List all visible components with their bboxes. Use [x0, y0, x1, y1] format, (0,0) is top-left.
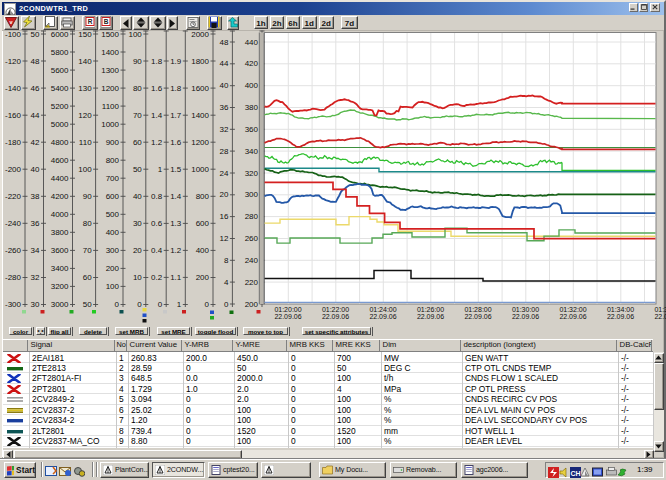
svg-text:24: 24 [219, 169, 228, 178]
svg-text:20: 20 [219, 190, 228, 199]
svg-text:360: 360 [245, 125, 259, 134]
svg-text:1: 1 [158, 165, 163, 174]
svg-text:4: 4 [224, 278, 229, 287]
svg-text:6000: 6000 [51, 30, 69, 39]
svg-text:01:20:00: 01:20:00 [274, 306, 301, 313]
svg-text:130: 130 [78, 84, 92, 93]
svg-text:4000: 4000 [51, 210, 69, 219]
svg-text:5600: 5600 [51, 66, 69, 75]
svg-text:240: 240 [245, 256, 259, 265]
svg-text:90: 90 [133, 57, 142, 66]
svg-text:28: 28 [219, 147, 228, 156]
svg-text:600: 600 [106, 192, 120, 201]
svg-text:1200: 1200 [101, 84, 119, 93]
svg-text:320: 320 [245, 169, 259, 178]
svg-text:1.3: 1.3 [170, 219, 182, 228]
svg-text:300: 300 [245, 190, 259, 199]
svg-text:-300: -300 [5, 300, 22, 309]
svg-text:01:32:00: 01:32:00 [559, 306, 586, 313]
svg-text:400: 400 [245, 81, 259, 90]
svg-text:0.6: 0.6 [151, 219, 163, 228]
svg-text:0: 0 [158, 300, 163, 309]
svg-text:-180: -180 [5, 138, 22, 147]
svg-text:340: 340 [245, 147, 259, 156]
svg-text:01:28:00: 01:28:00 [464, 306, 491, 313]
svg-text:600: 600 [196, 219, 210, 228]
svg-text:400: 400 [106, 228, 120, 237]
svg-text:01:30:00: 01:30:00 [512, 306, 539, 313]
svg-text:500: 500 [106, 210, 120, 219]
svg-text:22.09.06: 22.09.06 [369, 313, 396, 320]
svg-text:1.9: 1.9 [170, 57, 182, 66]
svg-text:01:24:00: 01:24:00 [369, 306, 396, 313]
svg-text:1.7: 1.7 [170, 111, 182, 120]
svg-text:260: 260 [245, 234, 259, 243]
svg-text:3400: 3400 [51, 264, 69, 273]
svg-text:30: 30 [133, 219, 142, 228]
svg-text:3200: 3200 [51, 282, 69, 291]
svg-text:34: 34 [31, 246, 40, 255]
svg-text:46: 46 [31, 84, 40, 93]
svg-text:1.6: 1.6 [151, 84, 163, 93]
svg-text:50: 50 [31, 30, 40, 39]
svg-text:220: 220 [245, 278, 259, 287]
svg-text:1400: 1400 [191, 111, 209, 120]
svg-text:01:34:00: 01:34:00 [607, 306, 634, 313]
svg-text:150: 150 [78, 30, 92, 39]
svg-text:1800: 1800 [191, 57, 209, 66]
svg-text:100: 100 [78, 165, 92, 174]
svg-text:-160: -160 [5, 111, 22, 120]
svg-text:40: 40 [219, 81, 228, 90]
svg-text:0.2: 0.2 [151, 273, 163, 282]
svg-text:2000: 2000 [191, 30, 209, 39]
svg-text:32: 32 [219, 125, 228, 134]
svg-text:800: 800 [106, 156, 120, 165]
svg-text:22.09.06: 22.09.06 [322, 313, 349, 320]
svg-text:16: 16 [219, 212, 228, 221]
svg-text:4800: 4800 [51, 138, 69, 147]
svg-text:01:36:00: 01:36:00 [654, 306, 666, 313]
svg-text:1.4: 1.4 [151, 111, 163, 120]
svg-text:-220: -220 [5, 192, 22, 201]
svg-text:0: 0 [224, 300, 229, 309]
svg-text:1.5: 1.5 [170, 165, 182, 174]
svg-text:5800: 5800 [51, 48, 69, 57]
svg-text:30: 30 [31, 300, 40, 309]
svg-text:-200: -200 [5, 165, 22, 174]
svg-text:280: 280 [245, 212, 259, 221]
svg-text:50: 50 [83, 300, 92, 309]
svg-text:22.09.06: 22.09.06 [417, 313, 444, 320]
svg-text:4200: 4200 [51, 192, 69, 201]
svg-text:3000: 3000 [51, 300, 69, 309]
svg-text:100: 100 [128, 30, 142, 39]
svg-text:1.6: 1.6 [170, 138, 182, 147]
svg-text:200: 200 [106, 264, 120, 273]
svg-text:44: 44 [219, 59, 228, 68]
svg-text:48: 48 [219, 38, 228, 47]
svg-text:1600: 1600 [191, 84, 209, 93]
svg-text:1000: 1000 [191, 165, 209, 174]
svg-text:32: 32 [31, 273, 40, 282]
svg-text:12: 12 [219, 234, 228, 243]
svg-text:CH: CH [570, 470, 580, 477]
svg-text:22.09.06: 22.09.06 [654, 313, 666, 320]
svg-text:70: 70 [83, 246, 92, 255]
svg-text:5200: 5200 [51, 102, 69, 111]
svg-text:50: 50 [133, 165, 142, 174]
svg-text:380: 380 [245, 103, 259, 112]
svg-text:01:22:00: 01:22:00 [322, 306, 349, 313]
svg-text:44: 44 [31, 111, 40, 120]
svg-text:-260: -260 [5, 246, 22, 255]
svg-text:420: 420 [245, 59, 259, 68]
svg-text:1.1: 1.1 [170, 273, 182, 282]
svg-text:1.8: 1.8 [170, 84, 182, 93]
svg-text:100: 100 [106, 282, 120, 291]
svg-text:400: 400 [196, 246, 210, 255]
svg-text:0: 0 [137, 300, 142, 309]
svg-text:700: 700 [106, 174, 120, 183]
svg-text:0: 0 [205, 300, 210, 309]
svg-text:110: 110 [79, 138, 92, 147]
svg-text:1.2: 1.2 [151, 138, 163, 147]
svg-text:-280: -280 [5, 273, 22, 282]
svg-text:01:26:00: 01:26:00 [417, 306, 444, 313]
